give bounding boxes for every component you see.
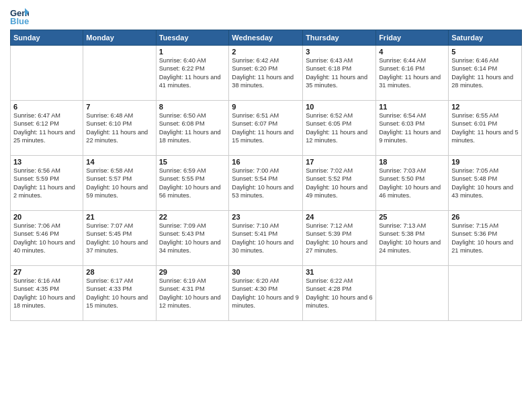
day-info: Sunrise: 6:46 AM Sunset: 6:14 PM Dayligh… <box>451 56 519 90</box>
day-info: Sunrise: 7:00 AM Sunset: 5:54 PM Dayligh… <box>232 167 300 200</box>
day-info: Sunrise: 7:09 AM Sunset: 5:43 PM Dayligh… <box>159 222 226 255</box>
calendar-cell: 4Sunrise: 6:44 AM Sunset: 6:16 PM Daylig… <box>376 46 449 101</box>
header-cell-sunday: Sunday <box>11 30 83 46</box>
calendar-cell: 8Sunrise: 6:50 AM Sunset: 6:08 PM Daylig… <box>156 101 229 156</box>
day-info: Sunrise: 6:44 AM Sunset: 6:16 PM Dayligh… <box>379 56 445 90</box>
day-number: 5 <box>451 48 519 56</box>
calendar-cell: 17Sunrise: 7:02 AM Sunset: 5:52 PM Dayli… <box>303 156 376 211</box>
header-cell-tuesday: Tuesday <box>156 30 229 46</box>
day-info: Sunrise: 6:22 AM Sunset: 4:28 PM Dayligh… <box>306 277 373 310</box>
calendar-cell: 5Sunrise: 6:46 AM Sunset: 6:14 PM Daylig… <box>449 46 522 101</box>
calendar-cell: 28Sunrise: 6:17 AM Sunset: 4:33 PM Dayli… <box>83 266 156 321</box>
header-cell-wednesday: Wednesday <box>229 30 303 46</box>
calendar-cell: 29Sunrise: 6:19 AM Sunset: 4:31 PM Dayli… <box>156 266 229 321</box>
calendar-cell: 9Sunrise: 6:51 AM Sunset: 6:07 PM Daylig… <box>229 101 303 156</box>
day-number: 19 <box>451 158 519 166</box>
day-number: 2 <box>232 48 300 56</box>
day-info: Sunrise: 6:42 AM Sunset: 6:20 PM Dayligh… <box>232 56 300 90</box>
day-info: Sunrise: 6:59 AM Sunset: 5:55 PM Dayligh… <box>159 167 226 200</box>
day-number: 31 <box>306 268 373 276</box>
day-number: 7 <box>86 103 152 111</box>
calendar-week-row: 1Sunrise: 6:40 AM Sunset: 6:22 PM Daylig… <box>11 46 522 101</box>
calendar-cell: 7Sunrise: 6:48 AM Sunset: 6:10 PM Daylig… <box>83 101 156 156</box>
day-number: 24 <box>306 213 373 221</box>
calendar-cell: 26Sunrise: 7:15 AM Sunset: 5:36 PM Dayli… <box>449 211 522 266</box>
calendar-cell: 1Sunrise: 6:40 AM Sunset: 6:22 PM Daylig… <box>156 46 229 101</box>
day-info: Sunrise: 6:20 AM Sunset: 4:30 PM Dayligh… <box>232 277 300 310</box>
calendar-week-row: 27Sunrise: 6:16 AM Sunset: 4:35 PM Dayli… <box>11 266 522 321</box>
day-info: Sunrise: 6:16 AM Sunset: 4:35 PM Dayligh… <box>13 277 80 310</box>
day-info: Sunrise: 6:17 AM Sunset: 4:33 PM Dayligh… <box>86 277 152 310</box>
calendar-cell: 15Sunrise: 6:59 AM Sunset: 5:55 PM Dayli… <box>156 156 229 211</box>
logo-icon: General Blue <box>10 7 29 26</box>
header-cell-thursday: Thursday <box>303 30 376 46</box>
day-info: Sunrise: 7:06 AM Sunset: 5:46 PM Dayligh… <box>13 222 80 255</box>
day-info: Sunrise: 6:43 AM Sunset: 6:18 PM Dayligh… <box>306 56 373 90</box>
header-cell-saturday: Saturday <box>449 30 522 46</box>
day-number: 29 <box>159 268 226 276</box>
calendar-week-row: 6Sunrise: 6:47 AM Sunset: 6:12 PM Daylig… <box>11 101 522 156</box>
day-info: Sunrise: 6:50 AM Sunset: 6:08 PM Dayligh… <box>159 111 226 145</box>
day-number: 27 <box>13 268 80 276</box>
day-info: Sunrise: 6:52 AM Sunset: 6:05 PM Dayligh… <box>306 111 373 145</box>
day-number: 21 <box>86 213 152 221</box>
day-number: 28 <box>86 268 152 276</box>
day-info: Sunrise: 7:10 AM Sunset: 5:41 PM Dayligh… <box>232 222 300 255</box>
calendar-cell: 20Sunrise: 7:06 AM Sunset: 5:46 PM Dayli… <box>11 211 83 266</box>
calendar-cell: 22Sunrise: 7:09 AM Sunset: 5:43 PM Dayli… <box>156 211 229 266</box>
day-number: 18 <box>379 158 445 166</box>
day-info: Sunrise: 7:02 AM Sunset: 5:52 PM Dayligh… <box>306 167 373 200</box>
calendar-table: SundayMondayTuesdayWednesdayThursdayFrid… <box>10 30 522 321</box>
day-number: 1 <box>159 48 226 56</box>
day-number: 22 <box>159 213 226 221</box>
calendar-cell: 2Sunrise: 6:42 AM Sunset: 6:20 PM Daylig… <box>229 46 303 101</box>
day-number: 10 <box>306 103 373 111</box>
calendar-cell: 10Sunrise: 6:52 AM Sunset: 6:05 PM Dayli… <box>303 101 376 156</box>
day-number: 4 <box>379 48 445 56</box>
calendar-cell: 6Sunrise: 6:47 AM Sunset: 6:12 PM Daylig… <box>11 101 83 156</box>
header: General Blue <box>10 7 522 26</box>
day-number: 9 <box>232 103 300 111</box>
calendar-cell: 27Sunrise: 6:16 AM Sunset: 4:35 PM Dayli… <box>11 266 83 321</box>
day-number: 6 <box>13 103 80 111</box>
day-info: Sunrise: 6:51 AM Sunset: 6:07 PM Dayligh… <box>232 111 300 145</box>
calendar-week-row: 13Sunrise: 6:56 AM Sunset: 5:59 PM Dayli… <box>11 156 522 211</box>
day-number: 25 <box>379 213 445 221</box>
day-info: Sunrise: 7:15 AM Sunset: 5:36 PM Dayligh… <box>451 222 519 255</box>
day-info: Sunrise: 6:58 AM Sunset: 5:57 PM Dayligh… <box>86 167 152 200</box>
calendar-cell: 31Sunrise: 6:22 AM Sunset: 4:28 PM Dayli… <box>303 266 376 321</box>
day-info: Sunrise: 6:54 AM Sunset: 6:03 PM Dayligh… <box>379 111 445 145</box>
calendar-week-row: 20Sunrise: 7:06 AM Sunset: 5:46 PM Dayli… <box>11 211 522 266</box>
calendar-cell: 21Sunrise: 7:07 AM Sunset: 5:45 PM Dayli… <box>83 211 156 266</box>
calendar-cell: 14Sunrise: 6:58 AM Sunset: 5:57 PM Dayli… <box>83 156 156 211</box>
header-cell-friday: Friday <box>376 30 449 46</box>
day-number: 3 <box>306 48 373 56</box>
calendar-cell: 30Sunrise: 6:20 AM Sunset: 4:30 PM Dayli… <box>229 266 303 321</box>
day-number: 26 <box>451 213 519 221</box>
day-info: Sunrise: 7:07 AM Sunset: 5:45 PM Dayligh… <box>86 222 152 255</box>
day-number: 11 <box>379 103 445 111</box>
header-cell-monday: Monday <box>83 30 156 46</box>
calendar-cell: 3Sunrise: 6:43 AM Sunset: 6:18 PM Daylig… <box>303 46 376 101</box>
calendar-cell: 13Sunrise: 6:56 AM Sunset: 5:59 PM Dayli… <box>11 156 83 211</box>
day-info: Sunrise: 6:19 AM Sunset: 4:31 PM Dayligh… <box>159 277 226 310</box>
day-number: 16 <box>232 158 300 166</box>
day-number: 15 <box>159 158 226 166</box>
day-number: 30 <box>232 268 300 276</box>
calendar-cell: 19Sunrise: 7:05 AM Sunset: 5:48 PM Dayli… <box>449 156 522 211</box>
day-info: Sunrise: 6:47 AM Sunset: 6:12 PM Dayligh… <box>13 111 80 145</box>
page: General Blue SundayMondayTuesdayWednesda… <box>0 0 532 411</box>
calendar-cell <box>11 46 83 101</box>
calendar-cell: 12Sunrise: 6:55 AM Sunset: 6:01 PM Dayli… <box>449 101 522 156</box>
calendar-cell <box>449 266 522 321</box>
day-info: Sunrise: 6:48 AM Sunset: 6:10 PM Dayligh… <box>86 111 152 145</box>
calendar-cell: 16Sunrise: 7:00 AM Sunset: 5:54 PM Dayli… <box>229 156 303 211</box>
day-number: 8 <box>159 103 226 111</box>
day-info: Sunrise: 7:05 AM Sunset: 5:48 PM Dayligh… <box>451 167 519 200</box>
day-number: 17 <box>306 158 373 166</box>
day-info: Sunrise: 7:13 AM Sunset: 5:38 PM Dayligh… <box>379 222 445 255</box>
calendar-cell <box>83 46 156 101</box>
logo: General Blue <box>10 7 32 26</box>
day-info: Sunrise: 6:40 AM Sunset: 6:22 PM Dayligh… <box>159 56 226 90</box>
day-number: 12 <box>451 103 519 111</box>
